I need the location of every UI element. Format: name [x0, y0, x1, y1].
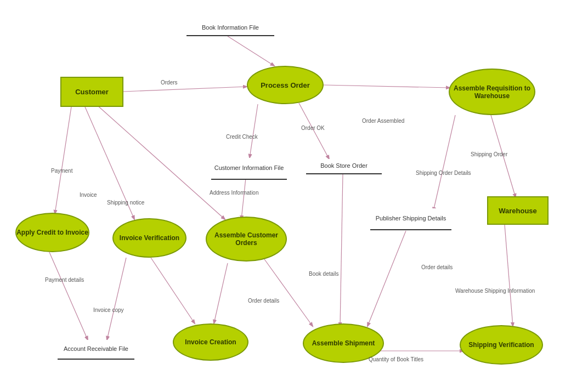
svg-line-0 [228, 36, 274, 66]
label-address-info: Address Information [210, 190, 259, 196]
label-order-ok: Order OK [301, 125, 325, 131]
label-payment-details: Payment details [45, 277, 84, 283]
svg-line-13 [263, 258, 313, 326]
apply-credit-node[interactable]: Apply Credit to Invoice [15, 213, 89, 252]
process-order-node[interactable]: Process Order [247, 66, 324, 104]
svg-line-7 [55, 107, 71, 214]
svg-line-4 [324, 85, 450, 88]
svg-line-9 [96, 104, 225, 219]
svg-line-1 [123, 87, 247, 92]
publisher-shipping-node: Publisher Shipping Details [370, 208, 451, 230]
svg-line-3 [299, 103, 329, 159]
assemble-shipment-node[interactable]: Assemble Shipment [303, 323, 384, 363]
svg-line-16 [49, 252, 88, 340]
svg-line-2 [250, 104, 258, 158]
label-shipping-order: Shipping Order [471, 151, 507, 157]
label-payment: Payment [51, 168, 72, 174]
invoice-verification-node[interactable]: Invoice Verification [112, 218, 186, 258]
label-invoice: Invoice [80, 192, 97, 198]
book-store-order-node: Book Store Order [306, 159, 382, 174]
book-info-file-node: Book Information File [186, 21, 274, 36]
label-shipping-notice: Shipping notice [107, 200, 144, 206]
diagram-canvas: Book Information File Process Order Cust… [0, 0, 571, 392]
label-order-assembled: Order Assembled [362, 118, 404, 124]
account-rec-file-node: Account Receivable File [58, 340, 134, 360]
assemble-customer-node[interactable]: Assemble Customer Orders [206, 217, 287, 262]
label-order-details-publisher: Order details [421, 264, 453, 270]
label-orders: Orders [161, 79, 178, 86]
label-quantity-book-titles: Quantity of Book Titles [369, 356, 423, 362]
label-warehouse-shipping: Warehouse Shipping Information [455, 288, 535, 294]
svg-line-15 [505, 225, 513, 326]
warehouse-node[interactable]: Warehouse [487, 196, 549, 225]
svg-line-6 [433, 115, 455, 211]
label-invoice-copy: Invoice copy [93, 307, 124, 313]
svg-line-19 [151, 258, 195, 323]
customer-info-file-node: Customer Information File [211, 158, 287, 180]
svg-line-17 [107, 258, 126, 340]
customer-node[interactable]: Customer [60, 77, 123, 107]
shipping-verification-node[interactable]: Shipping Verification [460, 325, 543, 365]
label-order-details-assemble: Order details [248, 298, 279, 304]
svg-line-11 [340, 174, 343, 326]
assemble-req-node[interactable]: Assemble Requisition to Warehouse [449, 69, 535, 115]
label-shipping-order-details: Shipping Order Details [416, 170, 471, 176]
invoice-creation-node[interactable]: Invoice Creation [173, 323, 248, 361]
svg-line-8 [85, 107, 134, 219]
svg-line-14 [368, 231, 406, 326]
label-credit-check: Credit Check [226, 134, 258, 140]
svg-line-12 [214, 263, 228, 323]
label-book-details: Book details [309, 271, 338, 277]
svg-line-5 [491, 115, 516, 197]
